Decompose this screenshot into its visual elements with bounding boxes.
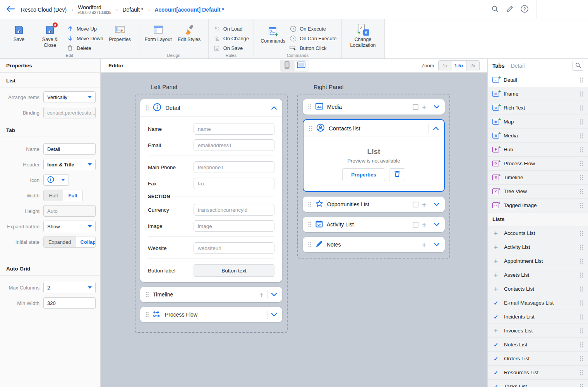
drag-handle-icon[interactable] (579, 188, 583, 195)
help-button[interactable]: ? (517, 2, 532, 17)
detail-tab-card[interactable]: Detail NameEmailMain PhoneFaxSECTIONCurr… (140, 99, 282, 282)
on-can-execute-button[interactable]: On Can Execute (290, 35, 336, 42)
breadcrumb-project[interactable]: Woodford v16.0.0-d271dd835 (78, 4, 111, 15)
list-item-incidents-list[interactable]: ✓Incidents List (488, 310, 588, 324)
breadcrumb-current[interactable]: Account[account] Default * (154, 7, 224, 13)
save-button[interactable]: Save (5, 22, 33, 43)
chevron-down-icon[interactable] (271, 311, 277, 318)
drag-handle-icon[interactable] (579, 105, 583, 111)
field-input-website[interactable] (194, 242, 274, 254)
detail-card-header[interactable]: Detail (140, 99, 282, 117)
edit-button[interactable] (502, 2, 517, 17)
chevron-up-icon[interactable] (271, 104, 277, 111)
list-item-resources-list[interactable]: ✓Resources List (488, 366, 588, 380)
drag-handle-icon[interactable] (579, 286, 583, 292)
chevron-down-icon[interactable] (434, 103, 440, 110)
breadcrumb-org[interactable]: Resco Cloud (Dev) (21, 7, 67, 13)
header-select[interactable]: Icon & Title (43, 159, 96, 170)
list-properties-button[interactable]: Properties (342, 168, 385, 181)
drag-handle-icon[interactable] (579, 384, 583, 387)
chevron-up-icon[interactable] (433, 125, 439, 132)
zoom-1x-button[interactable]: 1x (439, 61, 452, 71)
left-panel-dropzone[interactable]: Detail NameEmailMain PhoneFaxSECTIONCurr… (135, 94, 288, 333)
checkbox-icon[interactable] (413, 222, 418, 228)
drag-handle-icon[interactable] (579, 272, 583, 278)
chevron-down-icon[interactable] (434, 221, 440, 228)
list-delete-button[interactable] (389, 168, 405, 181)
breadcrumb-view[interactable]: Default * (122, 7, 143, 13)
tab-item-process-flow[interactable]: ↻+Process Flow (488, 157, 588, 171)
drag-handle-icon[interactable] (579, 202, 583, 209)
list-item-notes-list[interactable]: ✓Notes List (488, 338, 588, 352)
process-flow-tab-row[interactable]: Process Flow (140, 307, 282, 322)
properties-button[interactable]: Properties (106, 22, 134, 43)
drag-handle-icon[interactable] (579, 342, 583, 348)
list-item-accounts-list[interactable]: +Accounts List (488, 226, 588, 240)
tab-name-field[interactable]: Detail (43, 143, 96, 155)
tab-item-map[interactable]: ◉+Map (488, 115, 588, 129)
initial-state-expanded[interactable]: Expanded (44, 236, 76, 247)
contacts-list-header[interactable]: Contacts list (303, 120, 444, 137)
max-columns-select[interactable]: 2 (43, 282, 96, 293)
contacts-list-card-selected[interactable]: Contacts list List Preview is not availa… (303, 119, 445, 192)
drag-handle-icon[interactable] (579, 244, 583, 250)
field-input-currency[interactable] (194, 204, 274, 216)
add-icon[interactable]: + (259, 291, 264, 298)
list-item-e-mail-massages-list[interactable]: ✓E-mail Massages List (488, 296, 588, 310)
drag-handle-icon[interactable] (145, 291, 149, 298)
icon-select[interactable] (43, 174, 69, 186)
back-button[interactable] (0, 0, 21, 19)
drag-handle-icon[interactable] (579, 370, 583, 376)
drag-handle-icon[interactable] (145, 312, 149, 318)
chevron-down-icon[interactable] (434, 241, 440, 248)
drag-handle-icon[interactable] (579, 356, 583, 362)
form-layout-button[interactable]: Form Layout (144, 22, 173, 43)
timeline-tab-row[interactable]: Timeline + (140, 287, 282, 302)
drag-handle-icon[interactable] (579, 119, 583, 125)
notes-row[interactable]: Notes + (303, 237, 445, 252)
add-icon[interactable]: + (422, 241, 426, 248)
checkbox-icon[interactable] (413, 104, 418, 110)
drag-handle-icon[interactable] (579, 161, 583, 167)
min-width-field[interactable]: 320 (43, 297, 96, 309)
width-option-half[interactable]: Half (44, 190, 63, 201)
drag-handle-icon[interactable] (579, 133, 583, 139)
drag-handle-icon[interactable] (579, 258, 583, 264)
add-icon[interactable]: + (422, 221, 426, 228)
tab-item-tree-view[interactable]: Y+Tree View (488, 185, 588, 199)
zoom-1-5x-button[interactable]: 1.5x (452, 61, 466, 71)
phone-view-button[interactable] (281, 61, 294, 71)
field-input-name[interactable] (194, 123, 274, 135)
field-input-image[interactable] (194, 220, 274, 232)
field-input-email[interactable] (194, 139, 274, 151)
opportunities-list-row[interactable]: Opportunities List + (303, 197, 445, 212)
initial-state-collapsed[interactable]: Collapsed (76, 236, 96, 247)
list-item-tasks-list[interactable]: ✓Tasks List (488, 380, 588, 387)
width-option-full[interactable]: Full (63, 190, 82, 201)
move-down-button[interactable]: Move Down (67, 35, 103, 42)
chevron-down-icon[interactable] (434, 201, 440, 208)
drag-handle-icon[interactable] (308, 201, 312, 207)
move-up-button[interactable]: Move Up (67, 25, 103, 32)
field-input-fax[interactable] (194, 178, 274, 189)
media-tab-row[interactable]: Media + (303, 99, 445, 115)
zoom-2x-button[interactable]: 2x (466, 61, 479, 71)
tab-item-detail[interactable]: ≡+Detail (488, 73, 588, 87)
drag-handle-icon[interactable] (579, 314, 583, 320)
tab-item-tagged-image[interactable]: ▱+Tagged Image (488, 199, 588, 212)
tabs-search-button[interactable] (573, 61, 583, 71)
list-item-contacts-list[interactable]: +Contacts List (488, 282, 588, 296)
edit-styles-button[interactable]: Edit Styles (175, 22, 204, 43)
on-save-button[interactable]: On Save (213, 45, 249, 51)
on-load-button[interactable]: On Load (213, 25, 249, 32)
list-item-activity-list[interactable]: +Activity List (488, 240, 588, 254)
delete-button[interactable]: Delete (67, 45, 103, 51)
tab-item-rich-text[interactable]: B+Rich Text (488, 101, 588, 115)
list-item-appointment-list[interactable]: +Appointment List (488, 254, 588, 268)
tab-item-media[interactable]: ⊞+Media (488, 129, 588, 143)
add-icon[interactable]: + (422, 201, 426, 208)
drag-handle-icon[interactable] (308, 104, 312, 110)
drag-handle-icon[interactable] (309, 125, 312, 132)
tablet-view-button[interactable] (295, 61, 308, 71)
list-item-invoices-list[interactable]: +Invoices List (488, 324, 588, 338)
